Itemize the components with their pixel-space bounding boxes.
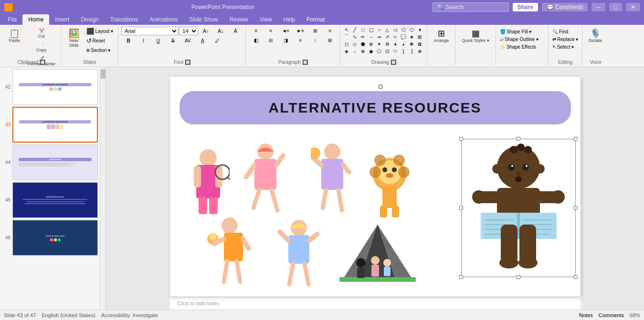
close-button[interactable]: ✕	[626, 3, 640, 11]
indent-more-button[interactable]: ►≡	[293, 27, 307, 35]
shape-b8[interactable]: ⟦	[400, 48, 407, 54]
shape-hex[interactable]: ⬡	[408, 27, 415, 32]
align-left-button[interactable]: ◧	[249, 36, 263, 44]
shape-b10[interactable]: ⊕	[416, 48, 423, 54]
shape-b4[interactable]: ◉	[368, 48, 374, 54]
slide-thumb-46[interactable]: 46 Fonts & colors used	[2, 220, 98, 256]
dictate-button[interactable]: 🎙️ Dictate	[585, 27, 605, 45]
maximize-button[interactable]: □	[609, 3, 622, 11]
slide-preview-46[interactable]: Fonts & colors used	[12, 220, 98, 256]
shape-b1[interactable]: ◈	[343, 48, 350, 54]
shape-b2[interactable]: ⬦	[351, 48, 358, 54]
slide-preview-43[interactable]: ALTERNATIVE RESOURCES	[12, 107, 98, 143]
shape-conn3[interactable]: ↗	[384, 34, 391, 40]
slide-preview-45[interactable]: Instructions for Use	[12, 182, 98, 218]
underline-button[interactable]: U	[151, 37, 165, 45]
find-button[interactable]: 🔍 Find	[551, 29, 569, 35]
char-spacing-button[interactable]: AV	[180, 37, 195, 45]
align-center-button[interactable]: ⊟	[264, 36, 278, 44]
shape-rounded-rect[interactable]: ▢	[368, 27, 374, 32]
tab-slideshow[interactable]: Slide Show	[183, 14, 223, 25]
shape-b3[interactable]: ⊗	[359, 48, 366, 54]
handle-tr[interactable]	[574, 137, 578, 141]
tab-insert[interactable]: Insert	[49, 14, 75, 25]
shape-star[interactable]: ★	[408, 34, 415, 40]
shape-more[interactable]: ▾	[416, 27, 423, 32]
selected-image-container[interactable]	[461, 139, 576, 277]
bold-button[interactable]: B	[121, 37, 136, 45]
shape-block[interactable]: ⊞	[416, 34, 423, 40]
layout-button[interactable]: ⬛ Layout ▾	[84, 27, 116, 36]
slide-preview-44[interactable]: RESOURCES	[12, 145, 98, 180]
font-family-select[interactable]: Arial	[121, 27, 179, 35]
shape-cursor[interactable]: ↖	[343, 27, 350, 32]
columns-button[interactable]: ⊞	[308, 27, 322, 35]
accessibility[interactable]: Accessibility: Investigate	[101, 312, 158, 318]
scroll-thumb[interactable]	[101, 69, 106, 79]
shape-t8[interactable]: ⬧	[400, 41, 407, 47]
align-right-button[interactable]: ◨	[278, 36, 293, 44]
search-box[interactable]: 🔍 Search	[433, 2, 509, 12]
notes-bar[interactable]: Click to add notes	[170, 297, 581, 310]
shape-t9[interactable]: ❋	[408, 41, 415, 47]
shape-curve[interactable]: ∿	[351, 34, 358, 40]
rotate-handle[interactable]	[378, 84, 383, 89]
italic-button[interactable]: I	[136, 37, 150, 45]
shape-fill-button[interactable]: 🪣 Shape Fill ▾	[499, 29, 532, 35]
slide-preview-42[interactable]: ALTERNATIVE RESOURCES	[12, 69, 98, 105]
smart-art-button[interactable]: ⊞	[323, 36, 337, 44]
shape-rect[interactable]: □	[359, 27, 366, 32]
shape-freeform[interactable]: ✏	[359, 34, 366, 40]
tab-home[interactable]: Home	[22, 14, 49, 25]
shape-conn4[interactable]: ⤷	[392, 34, 399, 40]
highlight-button[interactable]: 🖊	[210, 37, 224, 45]
slides-panel[interactable]: 42 ALTERNATIVE RESOURCES 43 ALTERNATIVE …	[0, 67, 100, 320]
shape-t3[interactable]: ⬟	[359, 41, 366, 47]
paste-button[interactable]: 📋 Paste	[5, 27, 24, 45]
shape-b9[interactable]: ⟧	[408, 48, 415, 54]
shape-t2[interactable]: ◇	[351, 41, 358, 47]
shape-t10[interactable]: ✿	[416, 41, 423, 47]
shape-arc[interactable]: ⌒	[343, 34, 350, 40]
slide-thumb-45[interactable]: 45 Instructions for Use	[2, 182, 98, 218]
arrange-button[interactable]: ⊞ Arrange	[430, 27, 452, 45]
shape-outline-button[interactable]: ▱ Shape Outline ▾	[499, 36, 539, 42]
copy-button[interactable]: 📄 Copy	[25, 41, 58, 54]
shape-callout[interactable]: 💬	[400, 34, 407, 40]
line-spacing-button[interactable]: ≡	[323, 27, 337, 35]
cut-button[interactable]: ✂️ Cut	[25, 27, 58, 40]
slide-title-box[interactable]: ALTERNATIVE RESOURCES	[179, 91, 571, 124]
handle-tm[interactable]	[517, 137, 520, 141]
bullets-button[interactable]: ≡	[249, 27, 263, 35]
minimize-button[interactable]: ─	[591, 3, 605, 11]
tab-help[interactable]: Help	[278, 14, 301, 25]
new-slide-button[interactable]: 🖼️ NewSlide	[64, 27, 84, 50]
handle-ml[interactable]	[459, 206, 463, 210]
decrease-font-button[interactable]: A↓	[213, 27, 228, 35]
replace-button[interactable]: ⇄ Replace ▾	[551, 36, 579, 42]
slide-thumb-44[interactable]: 44 RESOURCES	[2, 145, 98, 180]
tab-file[interactable]: File	[2, 14, 22, 25]
handle-mr[interactable]	[574, 206, 578, 210]
shape-t7[interactable]: ♦	[392, 41, 399, 47]
shape-circle[interactable]: ○	[376, 27, 382, 32]
quick-styles-button[interactable]: ▦ Quick Styles ▾	[458, 27, 493, 45]
shape-t6[interactable]: ⚙	[384, 41, 391, 47]
justify-button[interactable]: ≡	[293, 36, 307, 44]
shape-triangle[interactable]: △	[384, 27, 391, 32]
shape-b7[interactable]: ⬭	[392, 48, 399, 54]
comments-button[interactable]: 💬 Comments	[542, 3, 588, 11]
shape-conn1[interactable]: →	[368, 34, 374, 40]
shape-pentagon[interactable]: ⬠	[400, 27, 407, 32]
shape-t5[interactable]: ✦	[376, 41, 382, 47]
share-button[interactable]: Share	[513, 3, 538, 11]
tab-view[interactable]: View	[254, 14, 278, 25]
slide-thumb-43[interactable]: 43 ALTERNATIVE RESOURCES	[2, 107, 98, 143]
shape-b5[interactable]: ⎔	[376, 48, 382, 54]
shape-conn2[interactable]: ⇒	[376, 34, 382, 40]
shape-effects-button[interactable]: ✨ Shape Effects	[499, 44, 537, 50]
section-button[interactable]: ≡ Section ▾	[84, 46, 116, 55]
handle-br[interactable]	[574, 275, 578, 279]
shape-rtriangle[interactable]: ◁	[392, 27, 399, 32]
reset-button[interactable]: ↺ Reset	[84, 36, 116, 45]
